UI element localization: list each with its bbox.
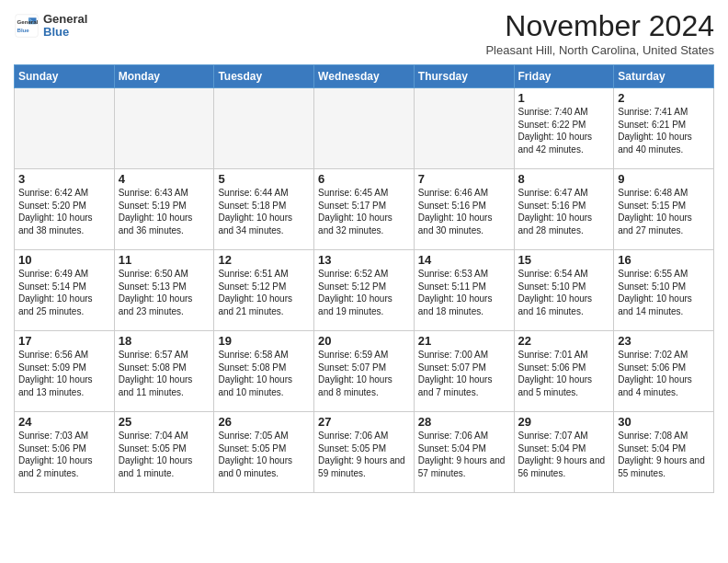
calendar: SundayMondayTuesdayWednesdayThursdayFrid… (14, 64, 714, 493)
day-number: 17 (18, 334, 110, 348)
day-number: 10 (18, 253, 110, 267)
calendar-cell: 9Sunrise: 6:48 AMSunset: 5:15 PMDaylight… (614, 169, 714, 250)
calendar-cell: 28Sunrise: 7:06 AMSunset: 5:04 PMDayligh… (414, 412, 514, 493)
day-number: 21 (418, 334, 510, 348)
day-info: Sunrise: 6:43 AMSunset: 5:19 PMDaylight:… (119, 187, 210, 236)
calendar-week-row: 17Sunrise: 6:56 AMSunset: 5:09 PMDayligh… (15, 331, 714, 412)
day-number: 25 (119, 415, 210, 429)
location: Pleasant Hill, North Carolina, United St… (485, 43, 714, 57)
day-info: Sunrise: 6:48 AMSunset: 5:15 PMDaylight:… (618, 187, 710, 236)
day-number: 15 (518, 253, 610, 267)
day-info: Sunrise: 7:07 AMSunset: 5:04 PMDaylight:… (518, 430, 610, 479)
weekday-header: Saturday (614, 65, 714, 88)
day-info: Sunrise: 7:40 AMSunset: 6:22 PMDaylight:… (518, 106, 610, 155)
day-number: 7 (418, 172, 510, 186)
calendar-week-row: 1Sunrise: 7:40 AMSunset: 6:22 PMDaylight… (15, 88, 714, 169)
day-info: Sunrise: 6:47 AMSunset: 5:16 PMDaylight:… (518, 187, 610, 236)
day-info: Sunrise: 7:41 AMSunset: 6:21 PMDaylight:… (618, 106, 710, 155)
page: General Blue General Blue November 2024 … (0, 0, 728, 563)
calendar-cell: 22Sunrise: 7:01 AMSunset: 5:06 PMDayligh… (514, 331, 614, 412)
day-info: Sunrise: 6:50 AMSunset: 5:13 PMDaylight:… (119, 268, 210, 317)
calendar-cell: 20Sunrise: 6:59 AMSunset: 5:07 PMDayligh… (314, 331, 415, 412)
day-number: 9 (618, 172, 710, 186)
weekday-header: Wednesday (314, 65, 415, 88)
month-title: November 2024 (485, 9, 714, 43)
weekday-header: Sunday (15, 65, 115, 88)
day-info: Sunrise: 7:08 AMSunset: 5:04 PMDaylight:… (618, 430, 710, 479)
calendar-cell: 30Sunrise: 7:08 AMSunset: 5:04 PMDayligh… (614, 412, 714, 493)
day-info: Sunrise: 6:56 AMSunset: 5:09 PMDaylight:… (18, 349, 110, 398)
calendar-cell: 29Sunrise: 7:07 AMSunset: 5:04 PMDayligh… (514, 412, 614, 493)
header: General Blue General Blue November 2024 … (14, 9, 714, 57)
calendar-cell (314, 88, 415, 169)
day-number: 30 (618, 415, 710, 429)
calendar-cell: 24Sunrise: 7:03 AMSunset: 5:06 PMDayligh… (15, 412, 115, 493)
day-number: 1 (518, 91, 610, 105)
logo-icon: General Blue (14, 13, 40, 39)
day-number: 4 (119, 172, 210, 186)
day-info: Sunrise: 6:53 AMSunset: 5:11 PMDaylight:… (418, 268, 510, 317)
day-info: Sunrise: 7:06 AMSunset: 5:05 PMDaylight:… (318, 430, 410, 479)
day-info: Sunrise: 7:02 AMSunset: 5:06 PMDaylight:… (618, 349, 710, 398)
day-info: Sunrise: 7:03 AMSunset: 5:06 PMDaylight:… (18, 430, 110, 479)
calendar-cell: 21Sunrise: 7:00 AMSunset: 5:07 PMDayligh… (414, 331, 514, 412)
day-number: 8 (518, 172, 610, 186)
calendar-cell: 5Sunrise: 6:44 AMSunset: 5:18 PMDaylight… (214, 169, 314, 250)
day-info: Sunrise: 6:46 AMSunset: 5:16 PMDaylight:… (418, 187, 510, 236)
calendar-cell: 12Sunrise: 6:51 AMSunset: 5:12 PMDayligh… (214, 250, 314, 331)
day-info: Sunrise: 6:44 AMSunset: 5:18 PMDaylight:… (218, 187, 310, 236)
day-number: 12 (218, 253, 310, 267)
logo-line1: General (43, 13, 87, 26)
weekday-header: Tuesday (214, 65, 314, 88)
day-info: Sunrise: 6:49 AMSunset: 5:14 PMDaylight:… (18, 268, 110, 317)
title-block: November 2024 Pleasant Hill, North Carol… (485, 9, 714, 57)
day-number: 16 (618, 253, 710, 267)
calendar-cell: 1Sunrise: 7:40 AMSunset: 6:22 PMDaylight… (514, 88, 614, 169)
day-info: Sunrise: 6:55 AMSunset: 5:10 PMDaylight:… (618, 268, 710, 317)
calendar-cell: 11Sunrise: 6:50 AMSunset: 5:13 PMDayligh… (114, 250, 214, 331)
day-number: 13 (318, 253, 410, 267)
calendar-week-row: 10Sunrise: 6:49 AMSunset: 5:14 PMDayligh… (15, 250, 714, 331)
day-number: 2 (618, 91, 710, 105)
calendar-cell: 16Sunrise: 6:55 AMSunset: 5:10 PMDayligh… (614, 250, 714, 331)
calendar-cell: 18Sunrise: 6:57 AMSunset: 5:08 PMDayligh… (114, 331, 214, 412)
day-info: Sunrise: 6:54 AMSunset: 5:10 PMDaylight:… (518, 268, 610, 317)
calendar-cell: 13Sunrise: 6:52 AMSunset: 5:12 PMDayligh… (314, 250, 415, 331)
calendar-cell: 23Sunrise: 7:02 AMSunset: 5:06 PMDayligh… (614, 331, 714, 412)
calendar-cell: 25Sunrise: 7:04 AMSunset: 5:05 PMDayligh… (114, 412, 214, 493)
day-number: 6 (318, 172, 410, 186)
day-info: Sunrise: 7:05 AMSunset: 5:05 PMDaylight:… (218, 430, 310, 479)
day-info: Sunrise: 6:52 AMSunset: 5:12 PMDaylight:… (318, 268, 410, 317)
svg-text:Blue: Blue (17, 27, 30, 33)
calendar-cell (214, 88, 314, 169)
logo-text: General Blue (43, 13, 87, 40)
calendar-body: 1Sunrise: 7:40 AMSunset: 6:22 PMDaylight… (15, 88, 714, 493)
day-number: 29 (518, 415, 610, 429)
day-number: 19 (218, 334, 310, 348)
logo-line2: Blue (43, 26, 87, 39)
day-info: Sunrise: 7:01 AMSunset: 5:06 PMDaylight:… (518, 349, 610, 398)
calendar-week-row: 24Sunrise: 7:03 AMSunset: 5:06 PMDayligh… (15, 412, 714, 493)
day-number: 14 (418, 253, 510, 267)
calendar-cell: 4Sunrise: 6:43 AMSunset: 5:19 PMDaylight… (114, 169, 214, 250)
day-info: Sunrise: 6:58 AMSunset: 5:08 PMDaylight:… (218, 349, 310, 398)
day-number: 26 (218, 415, 310, 429)
calendar-cell (114, 88, 214, 169)
weekday-header: Friday (514, 65, 614, 88)
day-info: Sunrise: 7:04 AMSunset: 5:05 PMDaylight:… (119, 430, 210, 479)
svg-text:General: General (17, 19, 39, 26)
day-number: 3 (18, 172, 110, 186)
calendar-cell: 6Sunrise: 6:45 AMSunset: 5:17 PMDaylight… (314, 169, 415, 250)
day-number: 5 (218, 172, 310, 186)
calendar-cell: 17Sunrise: 6:56 AMSunset: 5:09 PMDayligh… (15, 331, 115, 412)
calendar-cell (15, 88, 115, 169)
day-number: 18 (119, 334, 210, 348)
weekday-header: Thursday (414, 65, 514, 88)
day-info: Sunrise: 7:06 AMSunset: 5:04 PMDaylight:… (418, 430, 510, 479)
calendar-cell: 8Sunrise: 6:47 AMSunset: 5:16 PMDaylight… (514, 169, 614, 250)
calendar-cell (414, 88, 514, 169)
day-info: Sunrise: 6:51 AMSunset: 5:12 PMDaylight:… (218, 268, 310, 317)
day-number: 24 (18, 415, 110, 429)
calendar-cell: 10Sunrise: 6:49 AMSunset: 5:14 PMDayligh… (15, 250, 115, 331)
calendar-cell: 15Sunrise: 6:54 AMSunset: 5:10 PMDayligh… (514, 250, 614, 331)
